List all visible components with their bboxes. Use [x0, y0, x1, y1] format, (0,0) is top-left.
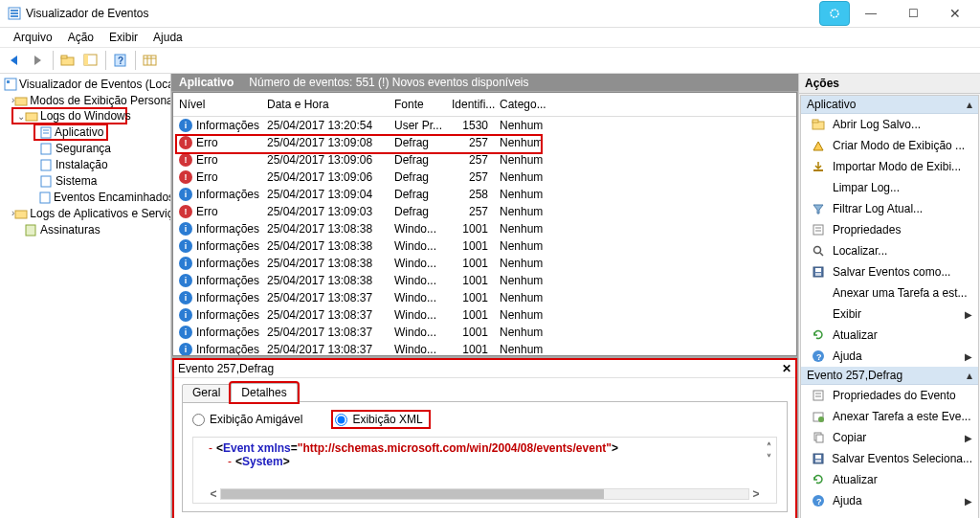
action-item[interactable]: Copiar▶: [801, 427, 978, 448]
refresh-icon: [811, 472, 826, 487]
svg-rect-29: [813, 120, 818, 123]
menu-arquivo[interactable]: Arquivo: [6, 29, 60, 46]
toolbar-separator: [105, 51, 106, 70]
action-item[interactable]: Exibir▶: [801, 304, 978, 325]
scroll-down[interactable]: ˅: [763, 453, 774, 464]
log-summary-label: Número de eventos: 551 (!) Novos eventos…: [249, 76, 528, 89]
tree-encaminhados[interactable]: Eventos Encaminhados: [0, 189, 170, 205]
svg-rect-8: [84, 55, 88, 65]
action-item[interactable]: Localizar...: [801, 240, 978, 261]
col-data[interactable]: Data e Hora: [261, 93, 389, 117]
table-row[interactable]: !Erro25/04/2017 13:09:06Defrag257Nenhum: [173, 169, 796, 186]
menu-bar: Arquivo Ação Exibir Ajuda: [0, 28, 980, 47]
tab-geral[interactable]: Geral: [182, 384, 231, 403]
show-hide-button[interactable]: [80, 50, 101, 71]
col-id[interactable]: Identifi...: [446, 93, 494, 117]
save-icon: [811, 264, 826, 280]
toolbar: ?: [0, 47, 980, 74]
tree-sistema[interactable]: Sistema: [0, 172, 170, 189]
tree-assinaturas[interactable]: Assinaturas: [0, 221, 170, 237]
action-item[interactable]: Atualizar: [801, 325, 978, 346]
back-button[interactable]: [5, 50, 26, 71]
svg-rect-2: [11, 12, 18, 14]
svg-rect-47: [816, 435, 823, 442]
svg-rect-25: [40, 192, 50, 203]
tab-detalhes[interactable]: Detalhes: [231, 383, 297, 402]
action-item[interactable]: ?Ajuda▶: [801, 346, 978, 367]
action-item[interactable]: Anexar uma Tarefa a est...: [801, 282, 978, 304]
actions-section-aplicativo[interactable]: Aplicativo▴: [801, 96, 978, 114]
svg-rect-38: [815, 273, 821, 276]
submenu-arrow-icon: ▶: [965, 496, 972, 507]
table-row[interactable]: iInformações25/04/2017 13:09:04Defrag258…: [173, 186, 796, 203]
tree-instalacao[interactable]: Instalação: [0, 156, 170, 172]
tree-root[interactable]: Visualizador de Eventos (Local): [0, 76, 170, 92]
action-item[interactable]: Salvar Eventos como...: [801, 261, 978, 282]
table-row[interactable]: iInformações25/04/2017 13:08:37Windo...1…: [173, 306, 796, 324]
import-icon: [811, 159, 826, 174]
tree-logs-windows[interactable]: ⌄Logs do Windows: [11, 107, 127, 124]
action-item[interactable]: Limpar Log...: [801, 177, 978, 198]
table-row[interactable]: iInformações25/04/2017 13:08:38Windo...1…: [173, 237, 796, 255]
columns-button[interactable]: [140, 50, 161, 71]
svg-rect-1: [11, 10, 18, 11]
submenu-arrow-icon: ▶: [965, 309, 972, 320]
forward-button[interactable]: [28, 50, 49, 71]
action-item[interactable]: Salvar Eventos Seleciona...: [801, 448, 978, 469]
radio-amigavel[interactable]: Exibição Amigável: [192, 413, 302, 426]
tree-logs-app[interactable]: ›Logs de Aplicativos e Serviço: [0, 205, 170, 221]
tree-aplicativo[interactable]: Aplicativo: [33, 124, 108, 141]
svg-rect-17: [15, 98, 27, 105]
table-row[interactable]: iInformações25/04/2017 13:08:38Windo...1…: [173, 255, 796, 272]
help-button[interactable]: ?: [110, 50, 131, 71]
action-item[interactable]: Propriedades: [801, 219, 978, 240]
action-item[interactable]: Propriedades do Evento: [801, 385, 978, 406]
table-row[interactable]: !Erro25/04/2017 13:09:06Defrag257Nenhum: [173, 151, 796, 169]
svg-rect-49: [815, 455, 821, 459]
table-row[interactable]: !Erro25/04/2017 13:09:03Defrag257Nenhum: [173, 203, 796, 220]
tree-pane[interactable]: Visualizador de Eventos (Local) ›Modos d…: [0, 74, 171, 518]
action-item[interactable]: Anexar Tarefa a este Eve...: [801, 406, 978, 427]
action-item[interactable]: ?Ajuda▶: [801, 490, 978, 511]
event-grid[interactable]: Nível Data e Hora Fonte Identifi... Cate…: [172, 92, 797, 356]
menu-exibir[interactable]: Exibir: [101, 29, 145, 46]
close-button[interactable]: ✕: [934, 0, 976, 27]
scroll-up[interactable]: ˄: [763, 441, 774, 453]
log-name-label: Aplicativo: [179, 76, 234, 89]
col-cat[interactable]: Catego...: [494, 93, 551, 117]
maximize-button[interactable]: ☐: [892, 0, 934, 27]
table-row[interactable]: iInformações25/04/2017 13:08:37Windo...1…: [173, 324, 796, 341]
hscroll-thumb[interactable]: [221, 489, 604, 499]
action-item[interactable]: Importar Modo de Exibi...: [801, 156, 978, 177]
detail-close-button[interactable]: ✕: [782, 362, 791, 375]
radio-xml[interactable]: Exibição XML: [331, 410, 430, 429]
scroll-left[interactable]: <: [207, 487, 220, 501]
collapse-icon[interactable]: ▴: [967, 98, 972, 111]
assist-button[interactable]: [819, 1, 850, 26]
hscroll-track[interactable]: [220, 488, 749, 500]
action-item[interactable]: Abrir Log Salvo...: [801, 114, 978, 135]
minimize-button[interactable]: —: [850, 0, 892, 27]
action-item[interactable]: Atualizar: [801, 469, 978, 490]
view-icon: [811, 138, 826, 153]
folder-button[interactable]: [57, 50, 78, 71]
table-row[interactable]: iInformações25/04/2017 13:20:54User Pr..…: [173, 117, 796, 135]
action-item[interactable]: Criar Modo de Exibição ...: [801, 135, 978, 156]
table-row[interactable]: iInformações25/04/2017 13:08:38Windo...1…: [173, 220, 796, 237]
table-row[interactable]: iInformações25/04/2017 13:08:37Windo...1…: [173, 341, 796, 356]
menu-ajuda[interactable]: Ajuda: [145, 29, 190, 46]
tree-modos[interactable]: ›Modos de Exibição Personali: [0, 92, 170, 108]
menu-acao[interactable]: Ação: [60, 29, 101, 46]
col-fonte[interactable]: Fonte: [389, 93, 446, 117]
action-item[interactable]: Filtrar Log Atual...: [801, 198, 978, 219]
xml-view[interactable]: -<Event xmlns="http://schemas.microsoft.…: [192, 437, 777, 504]
tree-seguranca[interactable]: Segurança: [0, 140, 170, 156]
table-row[interactable]: iInformações25/04/2017 13:08:37Windo...1…: [173, 289, 796, 306]
actions-pane: Ações Aplicativo▴ Abrir Log Salvo...Cria…: [799, 74, 980, 518]
table-row[interactable]: !Erro25/04/2017 13:09:08Defrag257Nenhum: [173, 134, 796, 151]
scroll-right[interactable]: >: [749, 487, 763, 501]
table-row[interactable]: iInformações25/04/2017 13:08:38Windo...1…: [173, 272, 796, 289]
actions-section-evento[interactable]: Evento 257,Defrag▴: [801, 367, 978, 385]
collapse-icon[interactable]: ▴: [967, 369, 972, 382]
col-nivel[interactable]: Nível: [173, 93, 261, 117]
